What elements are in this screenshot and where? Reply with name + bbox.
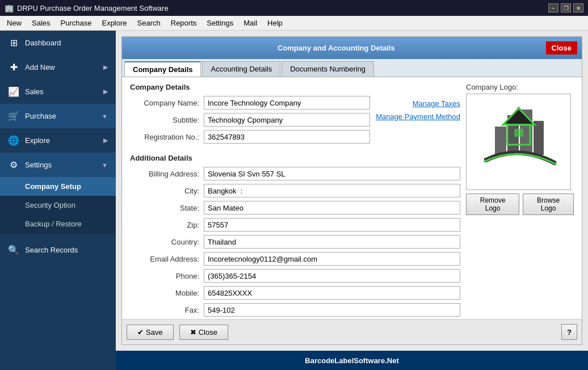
bottom-close-button[interactable]: ✖ Close <box>179 325 228 340</box>
sales-arrow-icon: ▶ <box>103 88 108 95</box>
close-x-icon: ✖ <box>190 328 196 337</box>
zip-row: Zip: <box>130 218 460 232</box>
fax-row: Fax: <box>130 303 460 317</box>
menu-new[interactable]: New <box>2 18 26 28</box>
explore-arrow-icon: ▶ <box>103 137 108 144</box>
city-row: City: <box>130 184 460 197</box>
sidebar-dashboard-inner: ⊞ Dashboard <box>8 37 61 48</box>
sidebar-sales-label: Sales <box>25 87 44 96</box>
menu-help[interactable]: Help <box>263 18 287 28</box>
subtitle-input[interactable] <box>204 113 370 127</box>
company-name-input[interactable] <box>204 96 370 110</box>
billing-address-input[interactable] <box>204 167 460 180</box>
mobile-input[interactable] <box>204 286 460 300</box>
help-button[interactable]: ? <box>561 324 577 340</box>
remove-logo-button[interactable]: Remove Logo <box>466 194 519 215</box>
email-input[interactable] <box>204 252 460 266</box>
tab-company-details[interactable]: Company Details <box>124 61 201 77</box>
sidebar-item-add-new[interactable]: ✚ Add New ▶ <box>0 55 116 79</box>
sidebar-add-new-label: Add New <box>25 63 55 72</box>
sidebar-item-dashboard[interactable]: ⊞ Dashboard <box>0 31 116 55</box>
sidebar-settings-label: Settings <box>25 161 52 169</box>
form-left: Company Details Company Name: Subtitle: <box>130 83 460 313</box>
sidebar-item-explore[interactable]: 🌐 Explore ▶ <box>0 128 116 153</box>
sidebar-item-sales[interactable]: 📈 Sales ▶ <box>0 79 116 104</box>
country-input[interactable] <box>204 235 460 249</box>
manage-payment-link[interactable]: Manage Payment Method <box>376 112 460 121</box>
sidebar-explore-label: Explore <box>25 136 50 145</box>
menu-search[interactable]: Search <box>133 18 165 28</box>
footer-text: BarcodeLabelSoftware.Net <box>305 356 398 365</box>
phone-input[interactable] <box>204 269 460 283</box>
billing-address-row: Billing Address: <box>130 167 460 180</box>
state-label: State: <box>130 204 204 212</box>
close-label: Close <box>199 328 217 337</box>
purchase-arrow-icon: ▼ <box>102 113 108 120</box>
sidebar-subitem-security-option[interactable]: Security Option <box>0 196 116 215</box>
additional-details-title: Additional Details <box>130 154 460 162</box>
mobile-label: Mobile: <box>130 289 204 297</box>
tab-documents-numbering[interactable]: Documents Numbering <box>282 61 374 77</box>
sidebar-search-records-inner: 🔍 Search Records <box>8 245 78 255</box>
zip-input[interactable] <box>204 218 460 232</box>
browse-logo-button[interactable]: Browse Logo <box>523 194 574 215</box>
sidebar-subitem-company-setup[interactable]: Company Setup <box>0 177 116 196</box>
menu-explore[interactable]: Explore <box>97 18 131 28</box>
menu-reports[interactable]: Reports <box>166 18 201 28</box>
company-fields-row: Company Name: Subtitle: Registration No.… <box>130 96 460 147</box>
sidebar-item-settings[interactable]: ⚙ Settings ▼ <box>0 153 116 177</box>
help-icon: ? <box>567 328 572 337</box>
subtitle-label: Subtitle: <box>130 116 204 124</box>
title-bar-left: 🏢 DRPU Purchase Order Management Softwar… <box>5 4 169 12</box>
country-row: Country: <box>130 235 460 249</box>
manage-links: Manage Taxes Manage Payment Method <box>376 96 460 147</box>
maximize-button[interactable]: ❐ <box>561 3 571 12</box>
dialog-title: Company and Accounting Details <box>127 44 546 52</box>
fax-label: Fax: <box>130 306 204 314</box>
footer-banner: BarcodeLabelSoftware.Net <box>116 351 588 370</box>
save-button[interactable]: ✔ Save <box>127 325 174 340</box>
company-setup-label: Company Setup <box>25 182 81 191</box>
company-logo-image <box>473 98 564 186</box>
menu-mail[interactable]: Mail <box>239 18 262 28</box>
country-label: Country: <box>130 238 204 246</box>
title-bar: 🏢 DRPU Purchase Order Management Softwar… <box>0 0 588 16</box>
sidebar-item-purchase[interactable]: 🛒 Purchase ▼ <box>0 104 116 128</box>
manage-taxes-link[interactable]: Manage Taxes <box>413 99 460 108</box>
company-fields-left: Company Name: Subtitle: Registration No.… <box>130 96 370 147</box>
sidebar-purchase-inner: 🛒 Purchase <box>8 111 56 121</box>
registration-row: Registration No.: <box>130 130 370 144</box>
sidebar-subitem-backup-restore[interactable]: Backup / Restore <box>0 215 116 233</box>
search-records-icon: 🔍 <box>8 245 19 255</box>
menu-purchase[interactable]: Purchase <box>56 18 96 28</box>
close-window-button[interactable]: ✕ <box>573 3 583 12</box>
security-option-label: Security Option <box>25 201 75 209</box>
main-layout: ⊞ Dashboard ✚ Add New ▶ 📈 Sales ▶ 🛒 Purc… <box>0 31 588 370</box>
settings-icon: ⚙ <box>8 159 19 170</box>
city-label: City: <box>130 187 204 195</box>
settings-arrow-icon: ▼ <box>102 162 108 169</box>
save-check-icon: ✔ <box>137 328 144 337</box>
email-row: Email Address: <box>130 252 460 266</box>
sidebar-item-search-records[interactable]: 🔍 Search Records <box>0 238 116 262</box>
company-name-label: Company Name: <box>130 99 204 107</box>
svg-rect-3 <box>495 127 506 155</box>
menu-sales[interactable]: Sales <box>27 18 55 28</box>
email-label: Email Address: <box>130 255 204 263</box>
minimize-button[interactable]: − <box>548 3 558 12</box>
logo-buttons: Remove Logo Browse Logo <box>466 194 574 215</box>
fax-input[interactable] <box>204 303 460 317</box>
additional-details-section: Additional Details Billing Address: City… <box>130 154 460 319</box>
registration-input[interactable] <box>204 130 370 144</box>
city-input[interactable] <box>204 184 460 197</box>
tab-bar: Company Details Accounting Details Docum… <box>122 59 582 77</box>
dialog-close-button[interactable]: Close <box>546 41 577 54</box>
menu-settings[interactable]: Settings <box>202 18 238 28</box>
backup-restore-label: Backup / Restore <box>25 220 82 228</box>
explore-icon: 🌐 <box>8 135 19 146</box>
tab-accounting-details[interactable]: Accounting Details <box>202 61 280 77</box>
purchase-icon: 🛒 <box>8 111 19 121</box>
dialog-header: Company and Accounting Details Close <box>122 37 582 59</box>
state-row: State: <box>130 201 460 215</box>
state-input[interactable] <box>204 201 460 215</box>
